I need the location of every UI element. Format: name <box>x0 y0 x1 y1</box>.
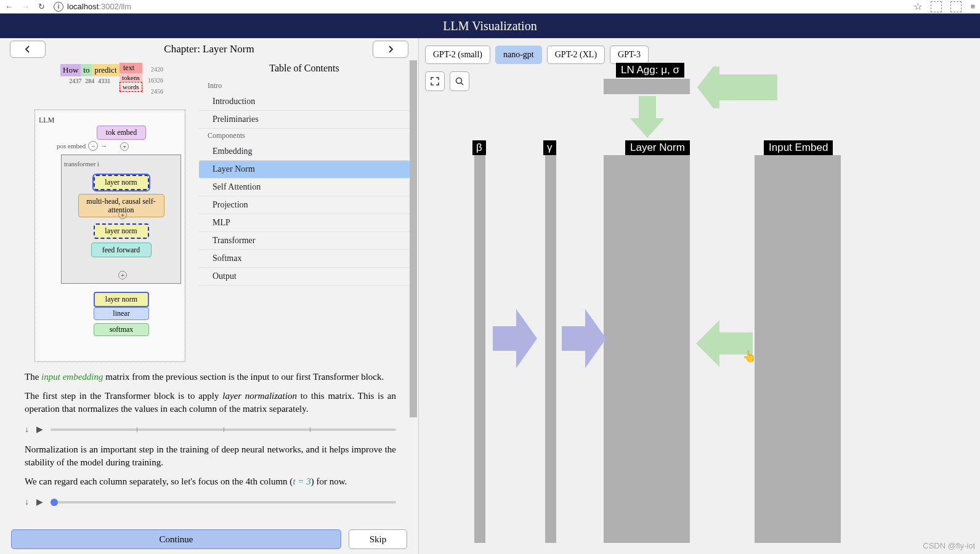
block-layer-norm[interactable] <box>604 155 690 543</box>
label-input-embed: Input Embed <box>764 140 833 155</box>
extension-icon[interactable] <box>931 1 942 12</box>
token-predict: predict <box>92 64 119 76</box>
explanation-text: Normalization is an important step in th… <box>11 435 410 497</box>
node-softmax[interactable]: softmax <box>94 323 149 336</box>
arrow-right-to-left-icon <box>697 66 777 108</box>
transformer-box: transformer i layer norm multi-head, cau… <box>61 155 181 284</box>
watermark: CSDN @fly-iot <box>923 541 975 550</box>
explanation-text: The input embedding matrix from the prev… <box>11 362 410 424</box>
add-icon: + <box>118 211 127 219</box>
chapter-bar: Chapter: Layer Norm <box>0 38 418 60</box>
toc-item[interactable]: Introduction <box>199 93 410 111</box>
step-down-icon[interactable]: ↓ <box>25 497 29 507</box>
node-layer-norm[interactable]: layer norm <box>94 223 149 239</box>
play-icon[interactable]: ▶ <box>36 424 43 435</box>
reload-icon[interactable]: ↻ <box>38 2 45 12</box>
scrollbar[interactable] <box>410 60 417 417</box>
bookmark-star-icon[interactable]: ☆ <box>913 1 922 12</box>
token-tokens: tokens <box>119 73 142 82</box>
app-title: LLM Visualization <box>443 19 537 33</box>
back-icon[interactable]: ← <box>5 2 13 11</box>
svg-marker-5 <box>562 309 606 368</box>
toc-item[interactable]: Embedding <box>199 143 410 161</box>
prev-chapter-button[interactable] <box>10 41 46 58</box>
block-gamma[interactable] <box>545 155 556 543</box>
block-ln-agg[interactable] <box>604 79 690 94</box>
skip-button[interactable]: Skip <box>349 529 407 549</box>
toc-item[interactable]: Projection <box>199 196 410 214</box>
toc-title: Table of Contents <box>199 63 410 74</box>
browser-toolbar: ← → ↻ i localhost:3002/llm ☆ ≡ <box>0 0 980 14</box>
svg-marker-3 <box>630 96 665 138</box>
scrubber-thumb[interactable] <box>51 499 58 506</box>
chapter-title: Chapter: Layer Norm <box>51 43 368 55</box>
token-words: words <box>119 82 142 92</box>
node-linear[interactable]: linear <box>94 307 149 320</box>
toc-item[interactable]: Preliminaries <box>199 111 410 129</box>
toc-item[interactable]: Softmax <box>199 250 410 268</box>
llm-box: LLM tok embed pos embed ~ → + transforme… <box>34 110 185 362</box>
extension-icon[interactable] <box>950 1 962 12</box>
chevron-left-icon <box>24 46 31 53</box>
left-panel: Chapter: Layer Norm How to predict <box>0 38 419 554</box>
chevron-right-icon <box>387 46 394 53</box>
continue-button[interactable]: Continue <box>11 529 341 549</box>
arrow-down-icon <box>630 96 665 138</box>
arrow-right-icon <box>493 309 537 368</box>
node-layer-norm[interactable]: layer norm <box>94 292 149 307</box>
label-beta: β <box>472 140 486 155</box>
url-text: localhost:3002/llm <box>67 2 131 11</box>
add-icon: + <box>118 271 127 279</box>
node-tok-embed[interactable]: tok embed <box>97 126 146 140</box>
toc-item[interactable]: Self Attention <box>199 179 410 196</box>
architecture-diagram[interactable]: How to predict 2437 284 4331 text tokens <box>11 60 193 362</box>
visualization-panel[interactable]: GPT-2 (small)nano-gptGPT-2 (XL)GPT-3 LN … <box>419 38 980 554</box>
node-feed-forward[interactable]: feed forward <box>91 243 152 257</box>
node-pos-embed[interactable]: pos embed ~ → <box>57 141 107 151</box>
animation-scrubber[interactable]: ↓ ▶ <box>11 424 410 435</box>
toc-item[interactable]: MLP <box>199 214 410 232</box>
sine-icon: ~ <box>88 141 98 151</box>
node-layer-norm[interactable]: layer norm <box>94 175 149 190</box>
token-how: How <box>60 64 81 76</box>
animation-scrubber[interactable]: ↓ ▶ <box>11 497 410 507</box>
bottom-button-bar: Continue Skip <box>0 527 418 554</box>
block-beta[interactable] <box>474 155 485 543</box>
block-input-embed[interactable] <box>755 155 841 543</box>
cursor-pointer-icon: 👆 <box>742 350 756 363</box>
token-to: to <box>81 64 92 76</box>
svg-marker-2 <box>697 66 777 108</box>
toc-item[interactable]: Layer Norm <box>199 161 410 179</box>
label-gamma: γ <box>543 140 556 155</box>
svg-marker-4 <box>493 309 537 368</box>
next-chapter-button[interactable] <box>373 41 408 58</box>
menu-icon[interactable]: ≡ <box>970 2 975 11</box>
label-layer-norm: Layer Norm <box>625 140 690 155</box>
site-info-icon[interactable]: i <box>54 2 63 12</box>
label-ln-agg: LN Agg: μ, σ <box>616 63 684 78</box>
toc-section-header: Intro <box>199 79 410 93</box>
add-icon: + <box>120 142 129 151</box>
scrubber-track[interactable] <box>51 501 396 504</box>
play-icon[interactable]: ▶ <box>36 497 43 507</box>
scrubber-track[interactable] <box>51 428 396 431</box>
step-down-icon[interactable]: ↓ <box>25 425 29 435</box>
app-header: LLM Visualization <box>0 14 980 38</box>
toc-item[interactable]: Output <box>199 268 410 286</box>
arrow-right-icon <box>562 309 606 368</box>
toc-item[interactable]: Transformer <box>199 232 410 250</box>
token-text: text <box>119 63 142 73</box>
forward-icon[interactable]: → <box>22 2 30 11</box>
toc-section-header: Components <box>199 129 410 143</box>
address-bar[interactable]: i localhost:3002/llm <box>54 2 905 12</box>
table-of-contents: Table of Contents IntroIntroductionPreli… <box>199 60 410 362</box>
